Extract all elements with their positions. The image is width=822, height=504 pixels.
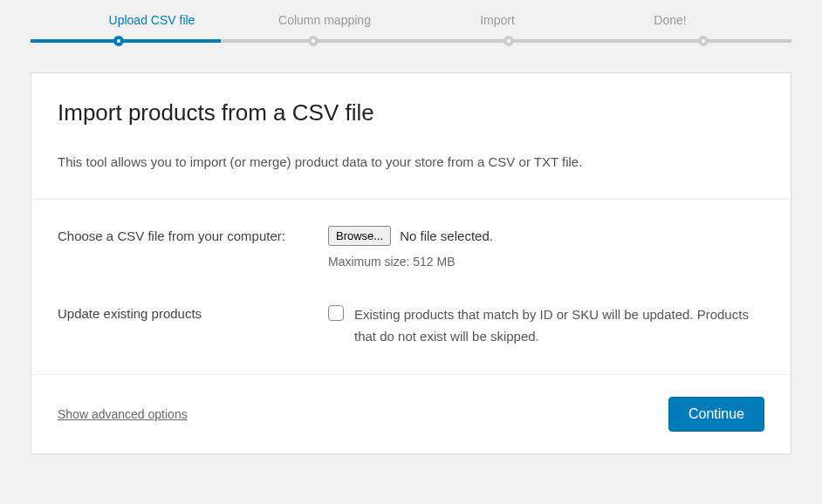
file-field: Browse... No file selected. Maximum size… (328, 226, 764, 269)
step-upload: Upload CSV file (65, 13, 238, 27)
update-field: Existing products that match by ID or SK… (328, 303, 764, 348)
card-header: Import products from a CSV file This too… (31, 73, 791, 200)
continue-button[interactable]: Continue (668, 397, 764, 432)
update-checkbox-row: Existing products that match by ID or SK… (328, 303, 764, 348)
file-size-hint: Maximum size: 512 MB (328, 255, 764, 269)
step-dot-import (503, 36, 514, 46)
step-import: Import (411, 13, 584, 27)
browse-button[interactable]: Browse... (328, 226, 391, 246)
file-input-row: Browse... No file selected. (328, 226, 764, 246)
card-body: Choose a CSV file from your computer: Br… (31, 200, 791, 375)
stepper-dots (31, 36, 791, 46)
update-checkbox[interactable] (328, 305, 344, 321)
step-column-mapping: Column mapping (238, 13, 411, 27)
step-dot-upload (113, 36, 124, 46)
step-dot-column-mapping (308, 36, 319, 46)
update-row: Update existing products Existing produc… (58, 303, 764, 348)
file-label: Choose a CSV file from your computer: (58, 226, 328, 269)
stepper-bar (31, 36, 791, 46)
update-checkbox-text: Existing products that match by ID or SK… (354, 303, 764, 348)
stepper: Upload CSV file Column mapping Import Do… (0, 0, 822, 46)
file-row: Choose a CSV file from your computer: Br… (58, 226, 764, 269)
advanced-options-link[interactable]: Show advanced options (58, 407, 188, 421)
file-status: No file selected. (400, 228, 493, 243)
page-title: Import products from a CSV file (58, 99, 764, 126)
update-label: Update existing products (58, 303, 328, 348)
import-card: Import products from a CSV file This too… (31, 72, 791, 454)
stepper-labels: Upload CSV file Column mapping Import Do… (31, 13, 791, 27)
card-footer: Show advanced options Continue (31, 375, 791, 453)
step-done: Done! (584, 13, 757, 27)
step-dot-done (698, 36, 709, 46)
page-description: This tool allows you to import (or merge… (58, 153, 764, 173)
